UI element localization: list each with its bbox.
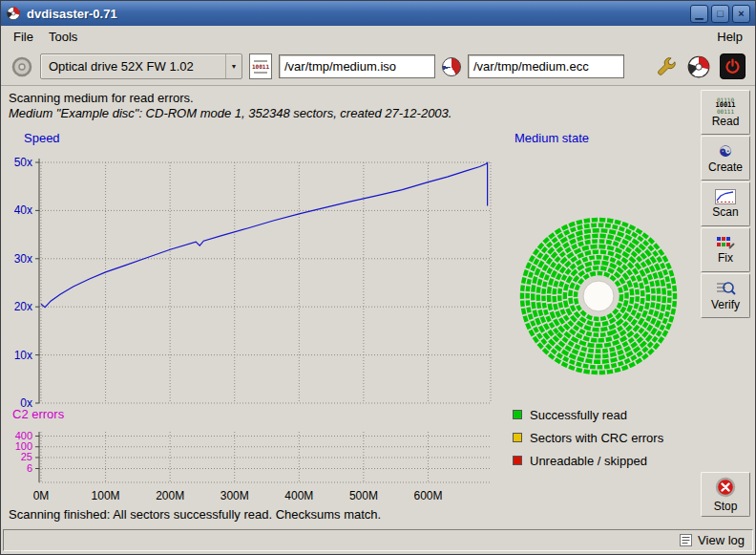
- svg-text:200M: 200M: [156, 489, 184, 502]
- stop-button[interactable]: Stop: [701, 472, 750, 517]
- ecc-path-input[interactable]: [468, 54, 624, 78]
- status-line-1: Scanning medium for read errors.: [9, 91, 194, 105]
- svg-text:400M: 400M: [284, 489, 313, 502]
- create-button[interactable]: ☯ Create: [701, 136, 750, 181]
- legend-label-crc: Sectors with CRC errors: [530, 431, 663, 445]
- stop-button-label: Stop: [714, 500, 738, 513]
- legend-item-crc: Sectors with CRC errors: [513, 426, 663, 449]
- svg-text:30x: 30x: [14, 252, 32, 266]
- status-line-2: Medium "Example disc": CD-ROM mode 1, 35…: [9, 106, 452, 120]
- c2-errors-title: C2 errors: [12, 407, 64, 421]
- legend-item-unreadable: Unreadable / skipped: [513, 449, 663, 472]
- power-icon: [724, 58, 741, 75]
- fix-blocks-icon: [716, 235, 735, 250]
- medium-state-title: Medium state: [514, 131, 589, 145]
- svg-text:300M: 300M: [220, 489, 249, 502]
- chevron-down-icon: ▼: [225, 54, 242, 78]
- svg-text:400: 400: [15, 430, 32, 441]
- legend-swatch-crc: [513, 433, 522, 442]
- svg-text:600M: 600M: [413, 489, 442, 502]
- app-window: dvdisaster-0.71 ▁ □ × File Tools Help Op…: [0, 0, 756, 555]
- view-log-label[interactable]: View log: [698, 533, 745, 547]
- ecc-file-icon: [442, 57, 461, 76]
- menu-file[interactable]: File: [6, 27, 41, 47]
- read-button-label: Read: [712, 115, 740, 128]
- view-log-icon[interactable]: [680, 534, 692, 546]
- maximize-button[interactable]: □: [711, 5, 729, 23]
- window-title: dvdisaster-0.71: [27, 7, 684, 21]
- read-button[interactable]: 01110 10011 00111 Read: [701, 90, 750, 135]
- titlebar[interactable]: dvdisaster-0.71 ▁ □ ×: [1, 1, 755, 26]
- window-icon: [6, 6, 21, 21]
- svg-text:100: 100: [15, 440, 32, 452]
- scan-chart-icon: [715, 189, 736, 204]
- legend-label-unreadable: Unreadable / skipped: [530, 454, 647, 468]
- legend-item-success: Successfully read: [513, 403, 663, 426]
- scan-button-label: Scan: [712, 205, 738, 219]
- verify-button[interactable]: Verify: [701, 273, 750, 318]
- minimize-button[interactable]: ▁: [690, 5, 708, 23]
- drive-select[interactable]: Optical drive 52X FW 1.02 ▼: [40, 53, 242, 79]
- verify-magnifier-icon: [715, 280, 736, 297]
- drive-select-value: Optical drive 52X FW 1.02: [41, 59, 225, 74]
- legend-swatch-unreadable: [513, 456, 522, 465]
- main-area: 0x10x20x30x40x50x0M100M200M300M400M500M6…: [1, 86, 755, 527]
- svg-text:40x: 40x: [14, 203, 32, 217]
- fix-button-label: Fix: [718, 251, 733, 265]
- verify-button-label: Verify: [711, 298, 740, 311]
- svg-text:0M: 0M: [33, 489, 50, 502]
- menubar: File Tools Help: [1, 26, 755, 48]
- svg-text:20x: 20x: [14, 300, 32, 313]
- legend-label-success: Successfully read: [530, 408, 627, 422]
- stop-icon: [714, 476, 737, 499]
- quit-button[interactable]: [720, 53, 746, 79]
- dvdisaster-logo-icon[interactable]: [686, 54, 711, 79]
- svg-text:25: 25: [21, 451, 32, 462]
- menu-help[interactable]: Help: [709, 27, 750, 47]
- svg-text:50x: 50x: [14, 156, 32, 169]
- svg-text:10x: 10x: [14, 349, 32, 362]
- statusbar: View log: [1, 527, 755, 554]
- toolbar: Optical drive 52X FW 1.02 ▼ 10011: [1, 48, 755, 86]
- scan-button[interactable]: Scan: [701, 181, 750, 226]
- medium-state-legend: Successfully read Sectors with CRC error…: [513, 403, 663, 472]
- close-button[interactable]: ×: [732, 5, 750, 23]
- preferences-wrench-icon[interactable]: [655, 55, 678, 78]
- yin-yang-icon: ☯: [719, 143, 732, 160]
- iso-path-input[interactable]: [279, 54, 435, 78]
- drive-status-icon: [10, 55, 33, 78]
- status-finished: Scanning finished: All sectors successfu…: [9, 507, 381, 522]
- svg-text:500M: 500M: [349, 489, 378, 502]
- menu-tools[interactable]: Tools: [41, 27, 85, 47]
- fix-button[interactable]: Fix: [701, 227, 750, 272]
- iso-file-icon: 10011: [249, 53, 272, 79]
- read-binary-icon: 01110 10011 00111: [715, 97, 735, 114]
- svg-text:100M: 100M: [92, 489, 120, 502]
- action-sidebar: 01110 10011 00111 Read ☯ Create: [701, 90, 750, 318]
- svg-text:6: 6: [27, 462, 32, 474]
- speed-chart-title: Speed: [24, 131, 60, 145]
- create-button-label: Create: [708, 160, 743, 174]
- legend-swatch-success: [513, 410, 522, 419]
